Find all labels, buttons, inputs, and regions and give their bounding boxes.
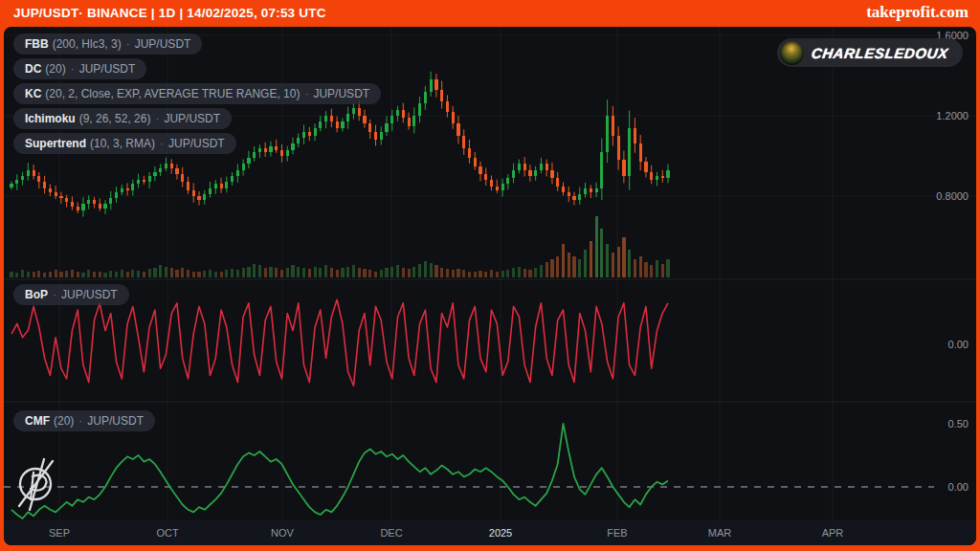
candle-body [474, 158, 477, 165]
volume-bar [550, 259, 553, 277]
candle-body [396, 110, 399, 116]
volume-bar [192, 272, 195, 277]
volume-bar [528, 270, 531, 277]
volume-bar [612, 253, 614, 277]
volume-bar [572, 256, 575, 277]
time-tick-sep: SEP [49, 521, 70, 545]
candle-body [209, 188, 212, 194]
volume-bar [148, 269, 151, 277]
volume-bar [380, 270, 383, 277]
volume-bar [452, 270, 455, 277]
candle-body [606, 116, 609, 152]
candle-body [192, 190, 195, 196]
candle-body [506, 178, 509, 184]
volume-bar [430, 263, 433, 277]
indicator-label-ichimoku[interactable]: Ichimoku(9, 26, 52, 26)·JUP/USDT [13, 108, 232, 129]
volume-bar [666, 259, 669, 277]
volume-bar [291, 265, 294, 277]
candle-body [33, 170, 35, 176]
candle-body [203, 194, 206, 200]
candle-body [490, 180, 493, 186]
volume-bar [562, 244, 565, 277]
volume-bar [440, 268, 443, 277]
candle-body [109, 198, 112, 204]
volume-bar [131, 270, 134, 277]
volume-bar [165, 267, 167, 278]
volume-bar [275, 268, 278, 277]
volume-bar [242, 268, 245, 277]
volume-bar [49, 272, 52, 277]
volume-bar [330, 268, 333, 277]
time-tick-apr: APR [822, 521, 844, 545]
volume-bar [121, 270, 123, 277]
volume-bar [628, 250, 631, 277]
candle-body [600, 152, 603, 188]
candle-body [550, 170, 553, 178]
time-axis[interactable]: SEP OCT NOV DEC 2025 FEB MAR APR [4, 521, 976, 545]
candle-body [430, 79, 433, 92]
candle-body [595, 188, 598, 192]
candle-body [131, 184, 134, 189]
volume-bar [258, 265, 261, 277]
header-bar: JUP/USDT· BINANCE | 1D | 14/02/2025, 07:… [0, 0, 980, 27]
candle-body [528, 170, 531, 176]
volume-bar [446, 269, 449, 277]
volume-bar [253, 264, 256, 277]
candle-body [412, 116, 415, 126]
volume-bar [474, 272, 477, 277]
volume-bar [81, 273, 84, 277]
volume-bar [55, 270, 57, 277]
candle-body [87, 200, 90, 204]
volume-bar [512, 268, 515, 277]
volume-bar [27, 272, 30, 277]
time-tick-nov: NOV [271, 521, 294, 545]
volume-bar [634, 259, 636, 277]
volume-bar [71, 270, 74, 277]
time-tick-feb: FEB [607, 521, 627, 545]
volume-bar [606, 244, 609, 277]
indicator-label-supertrend[interactable]: Supertrend(10, 3, RMA)·JUP/USDT [13, 133, 236, 154]
indicator-label-fbb[interactable]: FBB(200, Hlc3, 3)·JUP/USDT [13, 33, 202, 55]
candle-body [10, 184, 12, 187]
indicator-label-cmf[interactable]: CMF(20)·JUP/USDT [13, 410, 155, 431]
volume-bar [324, 265, 327, 277]
chart-area[interactable]: FBB(200, Hlc3, 3)·JUP/USDTDC(20)·JUP/USD… [4, 27, 976, 545]
volume-bar [21, 270, 24, 277]
candle-body [556, 178, 559, 186]
candle-body [71, 202, 74, 206]
indicator-label-kc[interactable]: KC(20, 2, Close, EXP, AVERAGE TRUE RANGE… [13, 83, 381, 104]
bop-pane-legend: BoP·JUP/USDT [13, 284, 129, 305]
volume-bar [209, 270, 212, 277]
candle-body [568, 192, 570, 196]
bop-zero-label: 0.00 [948, 339, 969, 350]
volume-bar [153, 268, 156, 277]
volume-bar [496, 272, 499, 277]
volume-bar [358, 268, 361, 277]
volume-bar [352, 265, 355, 277]
time-tick-mar: MAR [708, 521, 731, 545]
volume-bar [143, 272, 145, 277]
candle-body [534, 170, 537, 176]
volume-bar [220, 272, 223, 277]
candle-body [137, 180, 140, 184]
volume-bar [578, 259, 581, 277]
volume-bar [374, 272, 377, 277]
volume-bar [187, 270, 189, 277]
candle-body [21, 176, 24, 180]
candle-body [584, 188, 587, 194]
candle-body [385, 123, 388, 131]
volume-bar [137, 271, 140, 277]
volume-bar [37, 271, 40, 277]
volume-bar [15, 273, 18, 277]
indicator-label-bop[interactable]: BoP·JUP/USDT [13, 284, 129, 305]
cmf-half-label: 0.50 [948, 418, 969, 430]
volume-bar [346, 267, 349, 278]
indicator-label-dc[interactable]: DC(20)·JUP/USDT [13, 58, 146, 79]
time-tick-dec: DEC [380, 521, 402, 545]
volume-bar [286, 268, 289, 277]
candle-body [650, 172, 653, 180]
brand-logo: takeprofit.com [866, 3, 969, 22]
price-label-1-2: 1.2000 [936, 110, 969, 121]
volume-bar [341, 268, 344, 277]
candle-body [37, 176, 40, 182]
